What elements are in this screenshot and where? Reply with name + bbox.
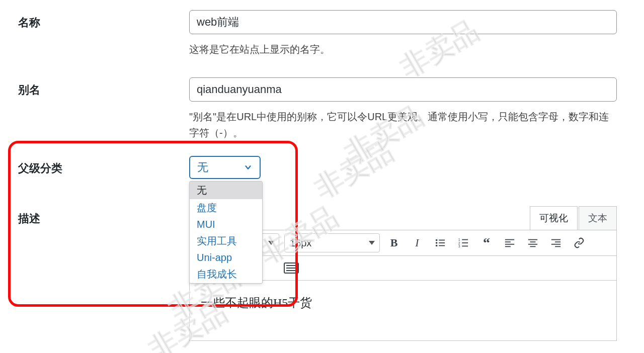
blockquote-button[interactable]: “ <box>477 234 496 252</box>
svg-rect-17 <box>530 241 536 242</box>
italic-button[interactable]: I <box>408 234 426 252</box>
slug-label: 别名 <box>18 77 189 98</box>
svg-point-0 <box>436 239 438 241</box>
parent-option[interactable]: Uni-app <box>190 250 262 266</box>
tab-visual[interactable]: 可视化 <box>530 206 578 230</box>
parent-label: 父级分类 <box>18 156 189 176</box>
name-label: 名称 <box>18 10 189 30</box>
keyboard-toggle-button[interactable] <box>282 259 300 277</box>
slug-input[interactable] <box>189 77 617 102</box>
parent-selected-value: 无 <box>197 160 208 175</box>
parent-option[interactable]: 无 <box>190 182 262 199</box>
name-row: 名称 这将是它在站点上显示的名字。 <box>18 10 626 57</box>
parent-select[interactable]: 无 <box>189 156 261 179</box>
name-help: 这将是它在站点上显示的名字。 <box>189 41 617 57</box>
parent-option[interactable]: 实用工具 <box>190 232 262 250</box>
svg-rect-14 <box>505 244 514 245</box>
svg-rect-23 <box>555 246 560 247</box>
svg-rect-5 <box>439 245 445 246</box>
parent-row: 父级分类 无 无 盘度 MUI 实用工具 Uni-app 自我成长 <box>18 156 626 179</box>
svg-point-2 <box>436 242 438 244</box>
svg-rect-20 <box>551 239 560 240</box>
svg-rect-1 <box>439 240 445 241</box>
parent-option[interactable]: MUI <box>190 217 262 232</box>
parent-option[interactable]: 自我成长 <box>190 266 262 283</box>
bullet-list-button[interactable] <box>431 234 449 252</box>
svg-rect-21 <box>555 241 560 242</box>
fontsize-select[interactable]: 16px <box>284 233 380 252</box>
desc-row: 描述 可视化 文本 16px B I 123 <box>18 206 626 341</box>
svg-rect-16 <box>528 239 537 240</box>
svg-rect-9 <box>462 242 468 243</box>
parent-dropdown: 无 盘度 MUI 实用工具 Uni-app 自我成长 <box>189 181 263 284</box>
bold-button[interactable]: B <box>385 234 403 252</box>
svg-point-4 <box>436 245 438 247</box>
svg-text:3: 3 <box>458 244 460 248</box>
keyboard-icon <box>284 262 299 274</box>
slug-row: 别名 "别名"是在URL中使用的别称，它可以令URL更美观。通常使用小写，只能包… <box>18 77 626 141</box>
name-input[interactable] <box>189 10 617 34</box>
align-left-button[interactable] <box>501 234 519 252</box>
svg-rect-11 <box>462 246 468 247</box>
svg-rect-13 <box>505 241 511 242</box>
align-center-button[interactable] <box>524 234 542 252</box>
svg-rect-19 <box>530 246 536 247</box>
parent-option[interactable]: 盘度 <box>190 199 262 217</box>
svg-rect-12 <box>505 239 514 240</box>
svg-rect-18 <box>528 244 537 245</box>
desc-label: 描述 <box>18 206 189 226</box>
svg-rect-3 <box>439 242 445 243</box>
svg-rect-15 <box>505 246 511 247</box>
chevron-down-icon <box>244 163 253 172</box>
link-button[interactable] <box>570 234 588 252</box>
svg-rect-22 <box>551 244 560 245</box>
slug-help: "别名"是在URL中使用的别称，它可以令URL更美观。通常使用小写，只能包含字母… <box>189 109 617 141</box>
numbered-list-button[interactable]: 123 <box>454 234 472 252</box>
svg-rect-7 <box>462 239 468 240</box>
tab-text[interactable]: 文本 <box>579 206 617 230</box>
align-right-button[interactable] <box>547 234 565 252</box>
editor-content[interactable]: 一些不起眼的H5干货 <box>189 281 617 341</box>
